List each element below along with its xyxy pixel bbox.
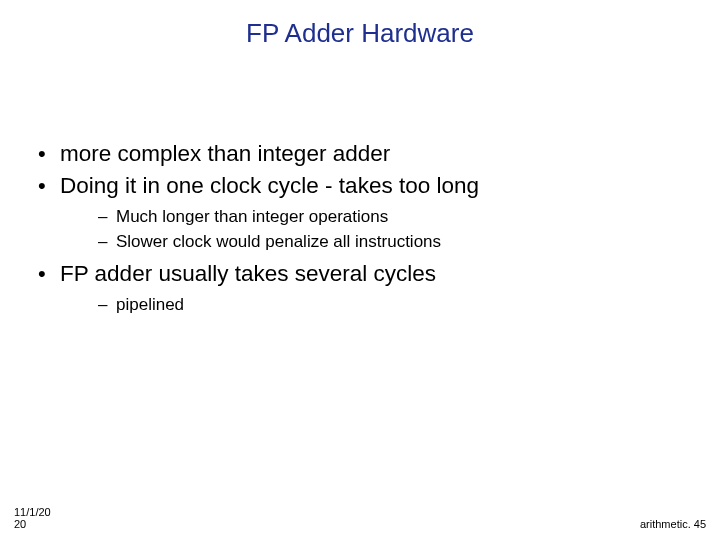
bullet-text: FP adder usually takes several cycles xyxy=(60,261,436,286)
footer-page: arithmetic. 45 xyxy=(640,518,706,530)
sub-bullet-text: Much longer than integer operations xyxy=(116,207,388,226)
bullet-text: Doing it in one clock cycle - takes too … xyxy=(60,173,479,198)
bullet-list: more complex than integer adder Doing it… xyxy=(38,140,682,315)
sub-bullet-list: Much longer than integer operations Slow… xyxy=(60,206,682,252)
sub-bullet-item: Much longer than integer operations xyxy=(98,206,682,227)
sub-bullet-text: pipelined xyxy=(116,295,184,314)
slide: FP Adder Hardware more complex than inte… xyxy=(0,0,720,540)
bullet-text: more complex than integer adder xyxy=(60,141,390,166)
bullet-item: FP adder usually takes several cycles pi… xyxy=(38,260,682,315)
slide-body: more complex than integer adder Doing it… xyxy=(38,140,682,323)
footer-date: 11/1/20 20 xyxy=(14,506,51,530)
sub-bullet-item: pipelined xyxy=(98,294,682,315)
sub-bullet-text: Slower clock would penalize all instruct… xyxy=(116,232,441,251)
bullet-item: more complex than integer adder xyxy=(38,140,682,168)
slide-title: FP Adder Hardware xyxy=(0,18,720,49)
bullet-item: Doing it in one clock cycle - takes too … xyxy=(38,172,682,252)
sub-bullet-list: pipelined xyxy=(60,294,682,315)
sub-bullet-item: Slower clock would penalize all instruct… xyxy=(98,231,682,252)
